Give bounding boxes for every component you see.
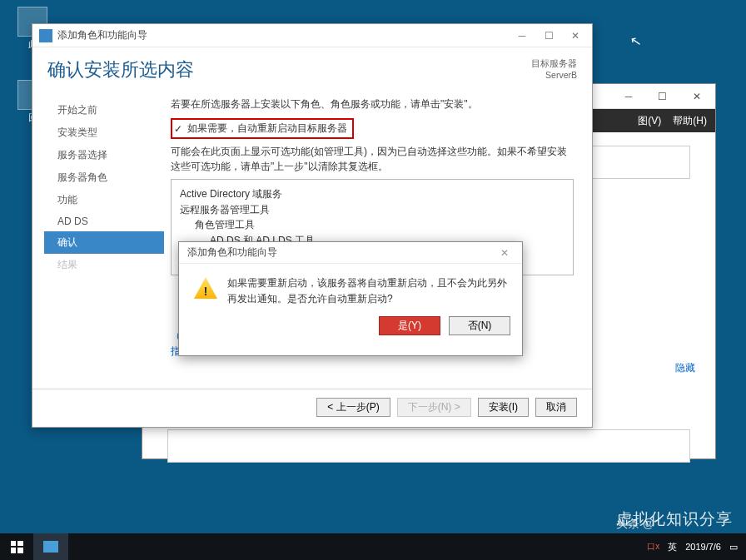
bg-minimize-button[interactable]: ─ xyxy=(612,84,645,109)
add-roles-wizard-window: 添加角色和功能向导 ─ ☐ ✕ 确认安装所选内容 目标服务器 ServerB 开… xyxy=(32,23,593,428)
step-before-begin[interactable]: 开始之前 xyxy=(51,99,164,121)
hide-link[interactable]: 隐藏 xyxy=(675,361,695,375)
yes-button[interactable]: 是(Y) xyxy=(379,316,440,335)
feature-item: Active Directory 域服务 xyxy=(180,186,564,202)
restart-confirm-dialog: 添加角色和功能向导 ✕ 如果需要重新启动，该服务器将自动重新启动，且不会为此另外… xyxy=(178,241,523,356)
modal-titlebar: 添加角色和功能向导 ✕ xyxy=(179,242,522,264)
restart-checkbox[interactable]: ✓ xyxy=(174,123,182,135)
cancel-button[interactable]: 取消 xyxy=(535,398,577,417)
menu-help[interactable]: 帮助(H) xyxy=(673,114,707,128)
step-features[interactable]: 功能 xyxy=(51,189,164,211)
bg-panel-bottom xyxy=(167,429,690,463)
mouse-cursor-icon: ↖ xyxy=(629,32,642,50)
intro-text: 若要在所选服务器上安装以下角色、角色服务或功能，请单击"安装"。 xyxy=(171,97,574,112)
step-server-roles[interactable]: 服务器角色 xyxy=(51,166,164,189)
watermark-text: 虚拟化知识分享 xyxy=(616,508,733,530)
optional-features-note: 可能会在此页面上显示可选功能(如管理工具)，因为已自动选择这些功能。如果不希望安… xyxy=(171,144,574,174)
modal-message: 如果需要重新启动，该服务器将自动重新启动，且不会为此另外再发出通知。是否允许自动… xyxy=(227,275,507,306)
system-tray: 口x 英 2019/7/6 ▭ xyxy=(639,541,746,553)
next-button: 下一步(N) > xyxy=(397,398,471,417)
previous-button[interactable]: < 上一步(P) xyxy=(316,398,390,417)
wizard-titlebar: 添加角色和功能向导 ─ ☐ ✕ xyxy=(32,24,592,47)
no-button[interactable]: 否(N) xyxy=(449,316,510,335)
target-server-label: 目标服务器 xyxy=(531,58,577,70)
wizard-steps: 开始之前 安装类型 服务器选择 服务器角色 功能 AD DS 确认 结果 xyxy=(32,92,164,389)
wizard-footer: < 上一步(P) 下一步(N) > 安装(I) 取消 xyxy=(32,389,592,425)
tray-network-icon[interactable]: 口x xyxy=(647,541,659,553)
task-server-manager[interactable] xyxy=(33,533,68,560)
step-confirm[interactable]: 确认 xyxy=(44,231,164,254)
menu-view[interactable]: 图(V) xyxy=(638,114,661,128)
step-server-select[interactable]: 服务器选择 xyxy=(51,144,164,166)
restart-checkbox-highlight: ✓ 如果需要，自动重新启动目标服务器 xyxy=(171,118,354,139)
modal-title: 添加角色和功能向导 xyxy=(187,245,492,260)
start-button[interactable] xyxy=(0,533,33,560)
step-results: 结果 xyxy=(51,254,164,276)
restart-checkbox-label: 如果需要，自动重新启动目标服务器 xyxy=(187,121,347,136)
wizard-minimize-button[interactable]: ─ xyxy=(509,26,535,46)
step-adds[interactable]: AD DS xyxy=(51,211,164,231)
tray-ime[interactable]: 英 xyxy=(668,541,677,553)
bg-maximize-button[interactable]: ☐ xyxy=(645,84,679,109)
windows-start-icon xyxy=(11,541,23,553)
wizard-close-button[interactable]: ✕ xyxy=(562,26,589,46)
wizard-maximize-button[interactable]: ☐ xyxy=(535,26,562,46)
feature-item: 远程服务器管理工具 xyxy=(180,202,564,218)
tray-date[interactable]: 2019/7/6 xyxy=(685,542,721,552)
modal-close-button[interactable]: ✕ xyxy=(492,247,517,259)
warning-icon xyxy=(194,277,217,299)
bg-close-button[interactable]: ✕ xyxy=(679,84,715,109)
wizard-heading: 确认安装所选内容 xyxy=(47,57,531,82)
tray-notifications-icon[interactable]: ▭ xyxy=(729,542,738,553)
wizard-title: 添加角色和功能向导 xyxy=(57,28,509,42)
wizard-app-icon xyxy=(39,29,52,42)
wizard-header: 确认安装所选内容 目标服务器 ServerB xyxy=(32,47,592,92)
step-install-type[interactable]: 安装类型 xyxy=(51,121,164,144)
taskbar: 口x 英 2019/7/6 ▭ xyxy=(0,533,746,560)
target-server-name: ServerB xyxy=(531,70,577,82)
server-manager-icon xyxy=(43,541,58,553)
feature-item: 角色管理工具 xyxy=(180,217,564,233)
install-button[interactable]: 安装(I) xyxy=(478,398,529,417)
